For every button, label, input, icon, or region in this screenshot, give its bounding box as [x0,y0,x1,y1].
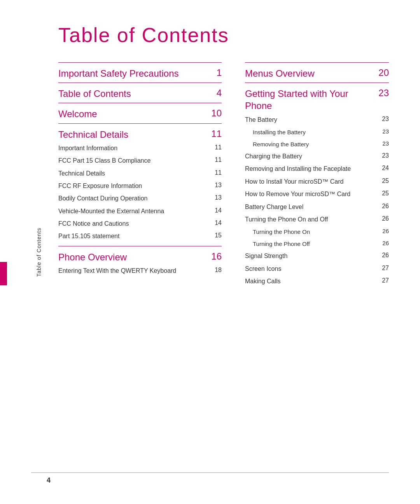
toc-heading-welcome: Welcome 10 [58,108,222,120]
toc-heading-page: 16 [211,251,222,262]
toc-entry: Turning the Phone Off 26 [245,238,389,250]
toc-entry-page: 26 [382,203,389,210]
section-getting-started: Getting Started with Your Phone 23 The B… [245,83,389,288]
toc-entry-page: 26 [382,215,389,222]
toc-entry-page: 24 [382,165,389,172]
toc-entry-page: 23 [382,128,389,135]
toc-entry-label: FCC Notice and Cautions [58,220,215,228]
toc-entry-label: Battery Charge Level [245,203,382,211]
toc-entry: Screen Icons 27 [245,263,389,275]
left-column: Important Safety Precautions 1 Table of … [58,62,222,291]
toc-heading-label: Getting Started with Your Phone [245,88,378,112]
toc-entry: FCC Part 15 Class B Compliance 11 [58,155,222,167]
toc-entry-label: The Battery [245,116,382,124]
section-important-safety: Important Safety Precautions 1 [58,62,222,79]
page: Table of Contents Table of Contents Impo… [0,0,420,504]
toc-entry: Entering Text With the QWERTY Keyboard 1… [58,265,222,277]
toc-entry: Battery Charge Level 26 [245,201,389,213]
toc-entry-page: 14 [215,220,222,227]
toc-entry: How to Install Your microSD™ Card 25 [245,176,389,188]
toc-heading-label: Phone Overview [58,251,211,263]
divider [58,123,222,124]
side-label: Table of Contents [36,213,42,291]
section-welcome: Welcome 10 [58,103,222,120]
toc-heading-label: Important Safety Precautions [58,67,217,79]
section-technical-details: Technical Details 11 Important Informati… [58,123,222,243]
toc-heading-label: Table of Contents [58,88,217,100]
toc-entry: Installing the Battery 23 [245,126,389,138]
toc-entry-label: Turning the Phone On [245,228,382,236]
divider [58,83,222,83]
toc-entry-page: 11 [215,156,222,163]
toc-heading-page: 10 [211,108,222,119]
toc-entry-label: Installing the Battery [245,128,382,136]
section-toc: Table of Contents 4 [58,83,222,100]
toc-heading-toc: Table of Contents 4 [58,88,222,100]
toc-entry: Removing and Installing the Faceplate 24 [245,163,389,175]
toc-entry-page: 25 [382,190,389,197]
bottom-divider [31,472,389,473]
toc-entry-label: How to Remove Your microSD™ Card [245,190,382,198]
toc-entry-label: Bodily Contact During Operation [58,194,215,203]
divider [58,62,222,63]
toc-entry-label: Removing and Installing the Faceplate [245,165,382,173]
toc-entry: Important Information 11 [58,142,222,155]
toc-entry-label: Turning the Phone On and Off [245,215,382,224]
toc-entry-page: 14 [215,207,222,214]
toc-entry-label: Part 15.105 statement [58,232,215,241]
toc-heading-page: 23 [378,88,389,98]
toc-entry: How to Remove Your microSD™ Card 25 [245,188,389,200]
toc-entry-label: Signal Strength [245,252,382,260]
section-phone-overview: Phone Overview 16 Entering Text With the… [58,246,222,277]
toc-entry: Part 15.105 statement 15 [58,230,222,242]
toc-entry: Turning the Phone On 26 [245,226,389,238]
toc-entry-label: Making Calls [245,277,382,286]
toc-entry-page: 23 [382,116,389,123]
toc-entry: Bodily Contact During Operation 13 [58,192,222,205]
toc-entry-page: 26 [382,240,389,246]
toc-entry: Turning the Phone On and Off 26 [245,213,389,226]
toc-entry-page: 26 [382,252,389,259]
side-bar-accent [0,262,7,285]
divider [58,103,222,103]
toc-entry-page: 13 [215,182,222,189]
toc-entry: Making Calls 27 [245,275,389,288]
toc-entry-page: 26 [382,228,389,234]
toc-entry-page: 11 [215,144,222,151]
toc-entry: Signal Strength 26 [245,250,389,262]
toc-entry-label: Important Information [58,144,215,153]
toc-entry-label: Technical Details [58,169,215,178]
toc-entry-page: 23 [382,152,389,159]
toc-entry: The Battery 23 [245,114,389,126]
toc-entry-page: 18 [215,267,222,274]
toc-entry-label: How to Install Your microSD™ Card [245,177,382,186]
toc-columns: Important Safety Precautions 1 Table of … [58,62,389,291]
right-column: Menus Overview 20 Getting Started with Y… [245,62,389,291]
toc-heading-label: Technical Details [58,128,211,140]
toc-heading-label: Welcome [58,108,211,120]
page-title: Table of Contents [58,23,389,47]
toc-entry-page: 27 [382,265,389,272]
toc-entry: Technical Details 11 [58,167,222,180]
toc-heading-page: 11 [211,128,222,139]
divider [245,62,389,63]
toc-heading-label: Menus Overview [245,67,378,79]
toc-entry-label: Vehicle-Mounted the External Antenna [58,207,215,216]
toc-entry: FCC RF Exposure Information 13 [58,180,222,192]
toc-entry-page: 13 [215,194,222,201]
toc-entry-page: 27 [382,277,389,284]
toc-heading-menus-overview: Menus Overview 20 [245,67,389,79]
toc-entry-label: Removing the Battery [245,140,382,148]
toc-entry-page: 15 [215,232,222,239]
toc-entry-label: FCC RF Exposure Information [58,182,215,190]
toc-entry-label: Entering Text With the QWERTY Keyboard [58,267,215,275]
page-number: 4 [47,476,51,485]
toc-heading-phone-overview: Phone Overview 16 [58,251,222,263]
toc-entry-label: Turning the Phone Off [245,240,382,248]
toc-entry-label: FCC Part 15 Class B Compliance [58,156,215,165]
toc-entry: Removing the Battery 23 [245,138,389,150]
divider [245,83,389,83]
toc-heading-technical: Technical Details 11 [58,128,222,140]
section-menus-overview: Menus Overview 20 [245,62,389,79]
toc-heading-important-safety: Important Safety Precautions 1 [58,67,222,79]
